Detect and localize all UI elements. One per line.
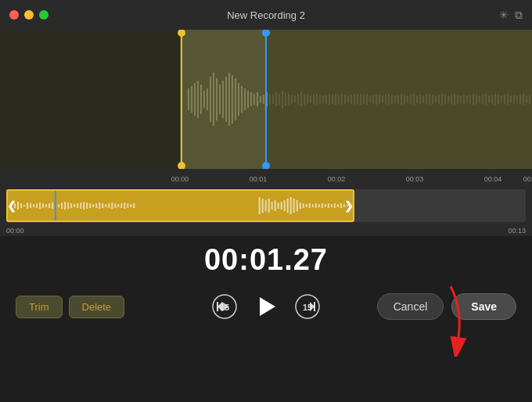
svg-rect-182 <box>331 204 332 207</box>
svg-rect-147 <box>99 203 100 209</box>
mini-track: ❮ <box>0 186 532 225</box>
svg-rect-81 <box>435 95 437 103</box>
svg-rect-39 <box>304 94 305 105</box>
mini-time-labels: 00:00 <box>0 225 532 236</box>
svg-rect-160 <box>262 199 264 213</box>
titlebar: New Recording 2 ✳ ⧉ <box>0 0 532 30</box>
svg-rect-66 <box>388 94 390 105</box>
svg-rect-179 <box>322 203 323 208</box>
svg-rect-28 <box>269 94 271 105</box>
play-button[interactable] <box>250 290 282 323</box>
time-display: 00:01.27 <box>0 236 532 283</box>
svg-rect-86 <box>451 95 452 104</box>
svg-rect-56 <box>357 95 358 104</box>
svg-rect-58 <box>363 95 365 104</box>
svg-rect-171 <box>297 200 298 211</box>
minimize-button[interactable] <box>24 10 34 20</box>
svg-rect-151 <box>111 203 113 209</box>
svg-rect-91 <box>466 95 468 103</box>
maximize-button[interactable] <box>39 10 49 20</box>
svg-rect-148 <box>102 203 103 208</box>
left-controls: Trim Delete <box>16 296 124 318</box>
save-button[interactable]: Save <box>451 293 516 320</box>
svg-rect-174 <box>306 204 307 207</box>
svg-rect-157 <box>130 204 131 207</box>
main-waveform: 00:00 00:01 00:02 00:03 00:04 00:05 <box>0 30 532 186</box>
svg-rect-104 <box>507 94 509 105</box>
svg-rect-128 <box>39 203 41 209</box>
titlebar-actions: ✳ ⧉ <box>499 9 523 22</box>
trim-button[interactable]: Trim <box>16 296 63 318</box>
svg-rect-93 <box>473 94 474 105</box>
svg-rect-40 <box>307 95 308 104</box>
window-controls <box>9 10 49 20</box>
svg-rect-47 <box>329 94 330 105</box>
svg-rect-68 <box>394 95 396 103</box>
cancel-button[interactable]: Cancel <box>377 293 444 320</box>
close-button[interactable] <box>9 10 19 20</box>
svg-rect-89 <box>460 95 462 103</box>
ruler-tick-0: 00:00 <box>171 175 189 183</box>
skip-forward-icon: 15 <box>294 293 321 320</box>
svg-rect-158 <box>133 203 135 208</box>
svg-rect-82 <box>438 95 440 104</box>
svg-rect-183 <box>334 203 336 208</box>
svg-rect-46 <box>325 95 327 104</box>
svg-rect-143 <box>86 203 88 209</box>
svg-rect-123 <box>23 205 25 206</box>
svg-rect-155 <box>124 203 125 209</box>
svg-rect-50 <box>338 95 340 104</box>
time-value: 00:01.27 <box>204 243 328 277</box>
svg-rect-67 <box>391 95 393 104</box>
svg-rect-84 <box>444 95 446 104</box>
svg-rect-63 <box>379 95 380 104</box>
svg-rect-153 <box>117 204 119 207</box>
svg-rect-141 <box>80 203 81 209</box>
mini-handle-left[interactable]: ❮ <box>7 199 16 212</box>
ruler-tick-2: 00:02 <box>328 175 346 183</box>
svg-rect-129 <box>42 203 44 208</box>
svg-rect-136 <box>64 202 66 210</box>
svg-rect-43 <box>316 94 318 105</box>
svg-rect-126 <box>33 204 34 207</box>
svg-rect-83 <box>441 94 443 105</box>
svg-rect-70 <box>401 94 402 105</box>
svg-rect-100 <box>494 94 496 105</box>
svg-rect-64 <box>382 95 383 103</box>
mini-handle-right[interactable]: ❯ <box>344 199 354 212</box>
svg-rect-166 <box>281 202 282 210</box>
svg-rect-145 <box>92 204 94 207</box>
settings-icon[interactable]: ✳ <box>499 9 509 21</box>
svg-rect-90 <box>463 95 465 104</box>
window-icon[interactable]: ⧉ <box>515 9 523 22</box>
svg-rect-98 <box>488 95 490 103</box>
skip-back-button[interactable]: 15 <box>210 293 239 321</box>
svg-rect-138 <box>70 203 72 208</box>
timeline-ruler: 00:00 00:01 00:02 00:03 00:04 00:05 <box>0 169 532 186</box>
svg-rect-142 <box>83 202 84 210</box>
window-title: New Recording 2 <box>227 9 305 21</box>
skip-forward-button[interactable]: 15 <box>293 293 322 321</box>
mini-waveform-container[interactable]: ❮ <box>6 189 526 222</box>
svg-rect-74 <box>413 94 415 105</box>
svg-rect-144 <box>89 203 91 208</box>
svg-rect-96 <box>482 95 483 104</box>
mini-waveform-inner: ❮ <box>6 189 354 222</box>
ruler-tick-4: 00:04 <box>484 175 502 183</box>
delete-button[interactable]: Delete <box>69 296 125 318</box>
waveform-display <box>0 30 532 169</box>
svg-rect-54 <box>350 95 352 104</box>
svg-rect-85 <box>448 95 449 103</box>
svg-rect-140 <box>77 203 78 208</box>
svg-rect-176 <box>312 204 314 207</box>
svg-rect-181 <box>328 203 329 208</box>
svg-rect-59 <box>366 94 368 105</box>
svg-rect-137 <box>67 203 69 209</box>
svg-rect-32 <box>282 91 283 108</box>
svg-rect-132 <box>52 203 53 209</box>
svg-rect-162 <box>268 199 270 213</box>
mini-waveform-section: ❮ <box>0 186 532 236</box>
svg-rect-134 <box>58 204 59 207</box>
svg-rect-169 <box>290 197 292 214</box>
svg-rect-177 <box>315 203 317 208</box>
